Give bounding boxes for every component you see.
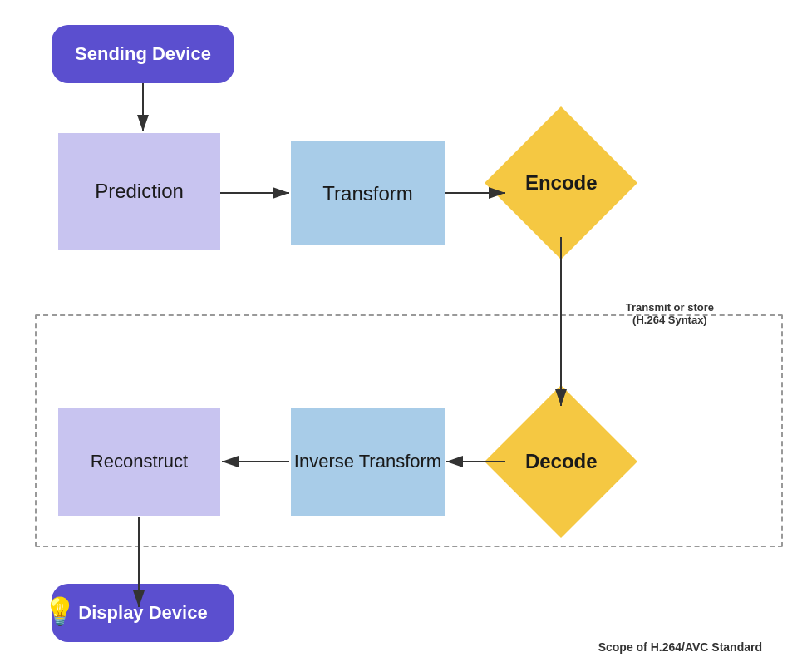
transmit-label: Transmit or store(H.264 Syntax) bbox=[626, 301, 714, 326]
encode-node: Encode bbox=[485, 106, 637, 259]
inverse-transform-node: Inverse Transform bbox=[291, 408, 445, 516]
lightbulb-icon: 💡 bbox=[43, 595, 76, 627]
reconstruct-node: Reconstruct bbox=[58, 408, 220, 516]
transform-node: Transform bbox=[291, 141, 445, 245]
diagram-container: Sending Device Prediction Transform Enco… bbox=[0, 0, 812, 667]
transform-label: Transform bbox=[322, 182, 412, 205]
display-device-label: Display Device bbox=[78, 602, 207, 624]
inverse-transform-label: Inverse Transform bbox=[294, 451, 441, 472]
sending-device-label: Sending Device bbox=[75, 43, 211, 65]
prediction-label: Prediction bbox=[95, 180, 184, 203]
sending-device-node: Sending Device bbox=[52, 25, 234, 83]
prediction-node: Prediction bbox=[58, 133, 220, 250]
scope-label: Scope of H.264/AVC Standard bbox=[598, 640, 762, 654]
display-device-node: Display Device bbox=[52, 584, 234, 642]
encode-label: Encode bbox=[525, 171, 598, 195]
reconstruct-label: Reconstruct bbox=[91, 451, 188, 472]
decode-label: Decode bbox=[525, 450, 598, 473]
